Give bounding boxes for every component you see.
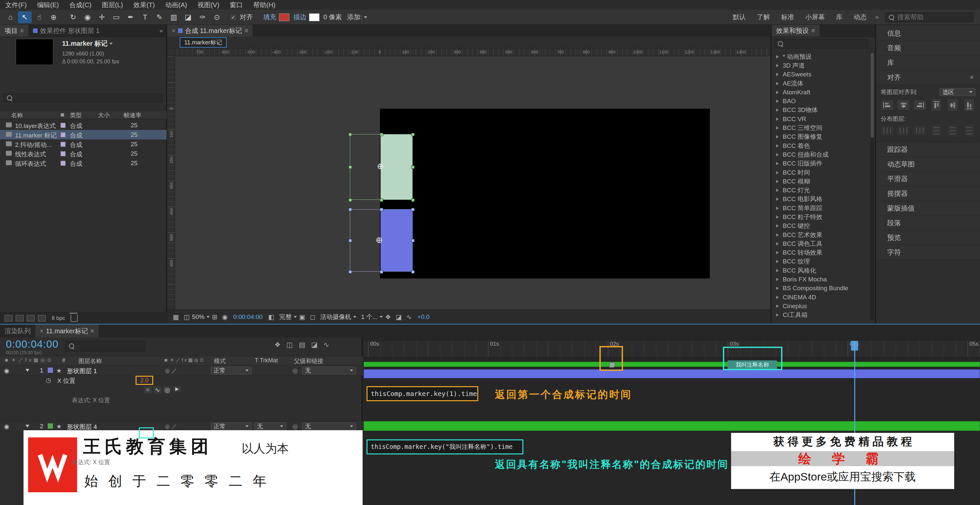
col-number[interactable]: # xyxy=(62,357,65,364)
chevron-right-icon[interactable] xyxy=(776,118,779,121)
chevron-right-icon[interactable] xyxy=(776,224,779,227)
distribute-right-button[interactable] xyxy=(913,125,926,136)
project-settings-icon[interactable] xyxy=(38,315,46,322)
align-right-button[interactable] xyxy=(913,100,926,110)
col-mode[interactable]: 模式 xyxy=(214,357,226,365)
chevron-right-icon[interactable] xyxy=(776,296,779,299)
menu-item[interactable]: 编辑(E) xyxy=(32,1,64,10)
selection-handle[interactable] xyxy=(380,133,383,136)
dock-panel-tab[interactable]: 预览 xyxy=(876,230,980,245)
named-marker-tag[interactable]: 我叫注释名称 xyxy=(727,360,777,369)
panel-menu-icon[interactable]: ≡ xyxy=(91,328,94,335)
add-label[interactable]: 添加: xyxy=(347,13,362,22)
chevron-right-icon[interactable] xyxy=(776,269,779,272)
snap-checkbox[interactable]: ✓ xyxy=(229,13,237,21)
layer-color-chip[interactable] xyxy=(48,423,53,429)
menu-item[interactable]: 合成(C) xyxy=(64,1,97,10)
layer-color-chip[interactable] xyxy=(48,368,53,373)
effects-category-row[interactable]: CI工具箱 xyxy=(772,311,870,319)
parent-select[interactable]: 无 xyxy=(302,367,356,375)
expand-arrow-icon[interactable] xyxy=(25,425,29,428)
menu-item[interactable]: 窗口 xyxy=(224,1,248,10)
chevron-right-icon[interactable] xyxy=(776,126,779,130)
selection-box-green[interactable]: ⊕ xyxy=(350,134,412,200)
chevron-right-icon[interactable] xyxy=(776,233,779,237)
align-vcenter-button[interactable] xyxy=(947,98,958,111)
align-bottom-button[interactable] xyxy=(964,98,974,111)
property-row-x-position[interactable]: ◷ X 位置 2.0 xyxy=(0,375,363,385)
layer-row-1[interactable]: ◉ 1 ★ 形状图层 1 ◎ ／ 正常 ◎ 无 xyxy=(0,365,363,376)
tab-effects-presets[interactable]: 效果和预设 ≡ xyxy=(772,25,819,37)
effects-category-row[interactable]: Cineplus xyxy=(772,302,870,310)
expression-label[interactable]: 表达式: X 位置 xyxy=(72,396,110,404)
dock-panel-tab[interactable]: 跟踪器 xyxy=(876,142,980,157)
effects-search[interactable] xyxy=(774,39,868,48)
selection-handle[interactable] xyxy=(411,165,415,169)
menu-item[interactable]: 文件(F) xyxy=(0,1,32,10)
rotate-tool-icon[interactable]: ↻ xyxy=(66,11,80,23)
selection-handle[interactable] xyxy=(380,208,383,211)
col-trkmat[interactable]: T TrkMat xyxy=(255,357,278,364)
pen-tool-icon[interactable]: ✒ xyxy=(124,11,137,23)
project-row[interactable]: 11.marker 标记 合成 25 xyxy=(0,130,167,140)
dock-panel-tab[interactable]: 摇摆器 xyxy=(876,186,980,201)
effects-category-row[interactable]: CINEMA 4D xyxy=(772,293,870,302)
label-color-chip[interactable] xyxy=(60,123,66,128)
effects-category-row[interactable]: BCC 电影风格 xyxy=(772,195,870,204)
layer-bar-green[interactable] xyxy=(364,421,980,431)
resolution-select[interactable]: 完整 xyxy=(279,313,297,321)
workspace-overflow-icon[interactable]: » xyxy=(872,14,882,21)
dock-panel-tab[interactable]: 平滑器 xyxy=(876,172,980,186)
workspace-tab[interactable]: 动态 xyxy=(848,13,872,22)
dock-panel-tab[interactable]: 段落 xyxy=(876,216,980,230)
effects-category-row[interactable]: * 动画预设 xyxy=(772,52,870,61)
workspace-tab[interactable]: 标准 xyxy=(775,13,800,22)
screen-icon[interactable]: ▦ xyxy=(173,313,179,321)
align-to-select[interactable]: 选区 xyxy=(940,88,975,96)
project-row[interactable]: 2.抖动/摇动... 合成 25 xyxy=(0,140,167,149)
stopwatch-icon[interactable]: ◷ xyxy=(46,376,51,384)
stroke-label[interactable]: 描边 xyxy=(293,13,306,22)
grid-icon[interactable]: ⊞ xyxy=(212,313,218,321)
dock-panel-tab[interactable]: 动态草图 xyxy=(876,157,980,172)
trkmat-select[interactable]: 无 xyxy=(254,422,286,430)
selection-handle[interactable] xyxy=(411,208,415,211)
comp-title[interactable]: 11.marker 标记 xyxy=(62,39,108,48)
workspace-tab[interactable]: 了解 xyxy=(751,13,775,22)
pickwhip-icon[interactable]: ◎ xyxy=(293,367,298,375)
distribute-left-button[interactable] xyxy=(881,125,893,136)
col-type[interactable]: 类型 xyxy=(70,111,82,119)
effects-category-row[interactable]: BCC 艺术效果 xyxy=(772,230,870,239)
effects-search-input[interactable] xyxy=(786,40,843,48)
layer-name[interactable]: 形状图层 1 xyxy=(67,367,97,375)
project-row[interactable]: 10.layer表达式 合成 25 xyxy=(0,121,167,130)
scrollbar-thumb[interactable] xyxy=(870,53,874,138)
chevron-right-icon[interactable] xyxy=(776,162,779,165)
roto-brush-tool-icon[interactable]: ✑ xyxy=(196,11,209,23)
pan-behind-tool-icon[interactable]: ✛ xyxy=(95,11,109,23)
hand-tool-icon[interactable]: ☝ xyxy=(32,11,46,23)
view-layout-select[interactable]: 1 个... xyxy=(361,313,383,321)
distribute-bottom-button[interactable] xyxy=(964,124,974,137)
effects-category-row[interactable]: AtomKraft xyxy=(772,88,870,97)
roi-icon[interactable]: ▣ xyxy=(299,313,305,321)
effects-category-row[interactable]: BCC VR xyxy=(772,114,870,123)
pickwhip-icon[interactable]: ◎ xyxy=(293,423,298,430)
effects-category-row[interactable]: BCC 灯光 xyxy=(772,186,870,195)
selection-handle[interactable] xyxy=(411,199,415,202)
dock-panel-tab[interactable]: 信息 xyxy=(876,26,980,41)
effects-category-row[interactable]: BCC 粒子特效 xyxy=(772,213,870,221)
chevron-right-icon[interactable] xyxy=(776,171,779,174)
chevron-right-icon[interactable] xyxy=(776,64,779,67)
effects-category-row[interactable]: BS Compositing Bundle xyxy=(772,284,870,293)
bit-depth-label[interactable]: 8 bpc xyxy=(52,315,65,322)
close-icon[interactable]: × xyxy=(172,27,175,34)
effects-category-row[interactable]: BCC 简单跟踪 xyxy=(772,204,870,213)
expression-pickwhip-icon[interactable]: ◎ xyxy=(163,386,171,394)
effects-category-row[interactable]: BCC 扭曲和合成 xyxy=(772,150,870,159)
project-row[interactable]: 循环表达式 合成 25 xyxy=(0,158,167,168)
layer-switches[interactable]: ◎ ／ xyxy=(165,423,177,430)
menu-item[interactable]: 图层(L) xyxy=(97,1,128,10)
chevron-right-icon[interactable] xyxy=(776,313,779,317)
dock-panel-tab[interactable]: 音频 xyxy=(876,41,980,56)
